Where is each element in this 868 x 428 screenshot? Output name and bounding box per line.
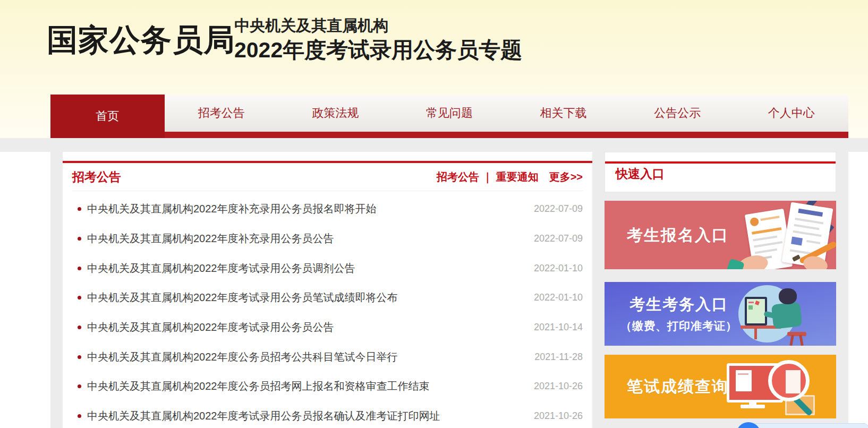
bullet-icon bbox=[78, 207, 81, 211]
news-date: 2022-01-10 bbox=[534, 263, 583, 274]
banner-sublabel: （缴费、打印准考证） bbox=[610, 319, 748, 333]
hand-icon bbox=[802, 254, 829, 269]
national-emblem-icon bbox=[750, 217, 759, 227]
news-title: 中央机关及其直属机构2022年度考试录用公务员公告 bbox=[87, 320, 523, 335]
banner-label-block: 考生考务入口 （缴费、打印准考证） bbox=[610, 294, 748, 333]
news-date: 2021-10-26 bbox=[534, 410, 583, 422]
bullet-icon bbox=[78, 326, 81, 329]
news-date: 2022-07-09 bbox=[534, 203, 583, 215]
tab-important-notices[interactable]: 重要通知 bbox=[496, 170, 539, 184]
bullet-icon bbox=[78, 296, 81, 299]
news-title: 中央机关及其直属机构2022年度补充录用公务员公告 bbox=[87, 232, 523, 246]
nav-item-faq[interactable]: 常见问题 bbox=[393, 95, 507, 132]
bullet-icon bbox=[78, 384, 81, 388]
announcements-title: 招考公告 bbox=[72, 169, 121, 185]
news-date: 2021-11-28 bbox=[534, 352, 583, 363]
nav-item-home[interactable]: 首页 bbox=[50, 95, 165, 138]
bullet-icon bbox=[78, 355, 81, 359]
person-icon bbox=[771, 302, 803, 329]
bullet-icon bbox=[78, 237, 81, 241]
quick-entry-panel: 快速入口 bbox=[605, 152, 836, 192]
more-link[interactable]: 更多>> bbox=[549, 170, 583, 184]
nav-item-public-notices[interactable]: 公告公示 bbox=[620, 95, 735, 132]
news-list: 中央机关及其直属机构2022年度补充录用公务员报名即将开始 2022-07-09… bbox=[78, 194, 583, 428]
magnifier-icon bbox=[768, 360, 810, 401]
banner-exam-affairs[interactable]: 考生考务入口 （缴费、打印准考证） bbox=[605, 282, 836, 346]
bullet-icon bbox=[78, 267, 81, 270]
news-title: 中央机关及其直属机构2022年度考试录用公务员报名确认及准考证打印网址 bbox=[87, 409, 523, 423]
banner-candidate-registration[interactable]: 考生报名入口 bbox=[605, 201, 836, 269]
news-date: 2022-07-09 bbox=[534, 233, 583, 244]
bullet-icon bbox=[78, 414, 81, 418]
banner-label: 考生报名入口 bbox=[627, 224, 729, 246]
header-subtitle-org: 中央机关及其直属机构 bbox=[234, 18, 388, 33]
announcements-panel: 招考公告 招考公告 ｜ 重要通知 更多>> 中央机关及其直属机构2022年度补充… bbox=[63, 152, 592, 428]
score-query-illustration-icon bbox=[719, 355, 836, 418]
pen-icon bbox=[799, 241, 836, 264]
banner-label: 考生考务入口 bbox=[610, 294, 748, 315]
application-form-icon bbox=[745, 209, 793, 269]
announcements-tabs: 招考公告 ｜ 重要通知 更多>> bbox=[437, 170, 583, 184]
page-title: 2022年度考试录用公务员专题 bbox=[234, 39, 522, 61]
list-item[interactable]: 中央机关及其直属机构2022年度考试录用公务员调剂公告 2022-01-10 bbox=[78, 253, 583, 283]
list-item[interactable]: 中央机关及其直属机构2022年度公务员招考公共科目笔试今日举行 2021-11-… bbox=[78, 342, 583, 372]
list-item[interactable]: 中央机关及其直属机构2022年度考试录用公务员笔试成绩即将公布 2022-01-… bbox=[78, 283, 583, 313]
panel-top-border bbox=[605, 161, 836, 164]
document-icon bbox=[782, 202, 833, 268]
news-title: 中央机关及其直属机构2022年度公务员招考公共科目笔试今日举行 bbox=[87, 350, 524, 364]
nav-item-announcements[interactable]: 招考公告 bbox=[165, 95, 279, 132]
list-item[interactable]: 中央机关及其直属机构2022年度考试录用公务员报名确认及准考证打印网址 2021… bbox=[78, 401, 583, 428]
site-logo-title: 国家公务员局 bbox=[47, 24, 235, 55]
banner-score-query[interactable]: 笔试成绩查询 bbox=[605, 355, 836, 418]
news-date: 2021-10-26 bbox=[534, 381, 583, 392]
nav-item-personal-center[interactable]: 个人中心 bbox=[734, 95, 848, 132]
announcements-header: 招考公告 招考公告 ｜ 重要通知 更多>> bbox=[72, 163, 583, 191]
banner-label: 笔试成绩查询 bbox=[627, 376, 729, 398]
list-item[interactable]: 中央机关及其直属机构2022年度补充录用公务员报名即将开始 2022-07-09 bbox=[78, 194, 583, 224]
laptop-icon bbox=[785, 395, 815, 415]
main-nav: 首页 招考公告 政策法规 常见问题 相关下载 公告公示 个人中心 bbox=[50, 95, 848, 132]
news-date: 2022-01-10 bbox=[534, 292, 583, 303]
list-item[interactable]: 中央机关及其直属机构2022年度公务员招考网上报名和资格审查工作结束 2021-… bbox=[78, 372, 583, 401]
nav-item-downloads[interactable]: 相关下载 bbox=[506, 95, 620, 132]
news-title: 中央机关及其直属机构2022年度考试录用公务员调剂公告 bbox=[87, 261, 523, 276]
nav-red-strip bbox=[50, 132, 848, 138]
list-item[interactable]: 中央机关及其直属机构2022年度补充录用公务员公告 2022-07-09 bbox=[78, 224, 583, 254]
list-item[interactable]: 中央机关及其直属机构2022年度考试录用公务员公告 2021-10-14 bbox=[78, 313, 583, 343]
computer-monitor-icon bbox=[745, 297, 767, 326]
chat-float-panel[interactable] bbox=[750, 423, 868, 428]
tab-separator: ｜ bbox=[482, 170, 493, 184]
quick-entry-title: 快速入口 bbox=[616, 166, 665, 182]
news-title: 中央机关及其直属机构2022年度考试录用公务员笔试成绩即将公布 bbox=[87, 290, 523, 305]
computer-monitor-icon bbox=[727, 363, 783, 403]
tab-recruitment-announcements[interactable]: 招考公告 bbox=[437, 170, 479, 184]
news-date: 2021-10-14 bbox=[534, 322, 583, 333]
registration-illustration-icon bbox=[719, 201, 836, 269]
nav-item-policies[interactable]: 政策法规 bbox=[278, 95, 393, 132]
news-title: 中央机关及其直属机构2022年度补充录用公务员报名即将开始 bbox=[87, 202, 523, 216]
hand-icon bbox=[736, 252, 770, 269]
news-title: 中央机关及其直属机构2022年度公务员招考网上报名和资格审查工作结束 bbox=[87, 379, 523, 393]
watch-icon bbox=[806, 206, 828, 227]
